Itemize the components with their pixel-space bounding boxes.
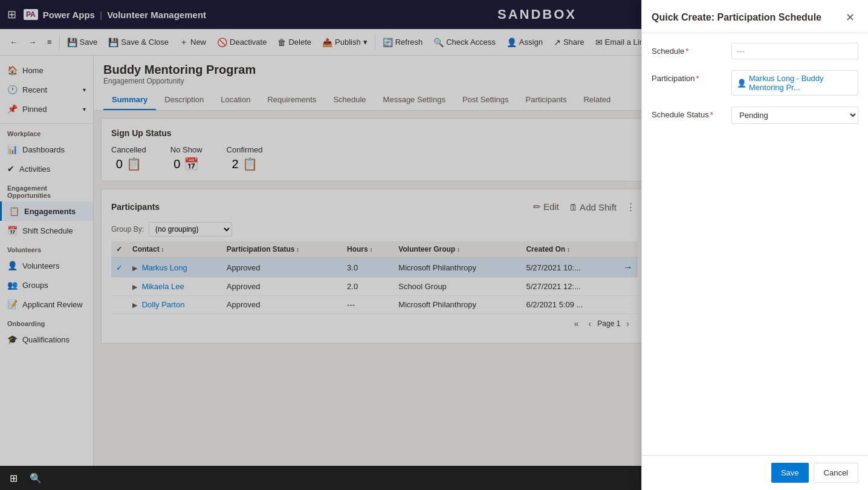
tab-summary[interactable]: Summary bbox=[103, 90, 156, 110]
forward-button[interactable]: → bbox=[24, 34, 41, 50]
row1-contact[interactable]: ▶ Markus Long bbox=[128, 258, 222, 278]
col-status[interactable]: Participation Status bbox=[222, 241, 342, 258]
tab-related[interactable]: Related bbox=[575, 90, 619, 110]
page-prev-button[interactable]: ‹ bbox=[585, 318, 595, 330]
assign-button[interactable]: 👤 Assign bbox=[502, 34, 548, 51]
sidebar-section-volunteers: Volunteers 👤 Volunteers 👥 Groups 📝 Appli… bbox=[0, 240, 93, 314]
participation-text: Markus Long - Buddy Mentoring Pr... bbox=[749, 74, 853, 92]
qc-dropdown-schedule-status[interactable]: Pending Confirmed Cancelled bbox=[731, 106, 858, 124]
row1-navigate-button[interactable]: → bbox=[623, 262, 633, 273]
delete-button[interactable]: 🗑 Delete bbox=[273, 34, 316, 51]
col-hours[interactable]: Hours bbox=[342, 241, 394, 258]
brand-separator: | bbox=[100, 10, 102, 20]
tab-description[interactable]: Description bbox=[156, 90, 212, 110]
recent-icon: 🕐 bbox=[7, 85, 18, 94]
back-button[interactable]: ← bbox=[5, 34, 22, 50]
tab-participants[interactable]: Participants bbox=[517, 90, 575, 110]
row3-contact-link[interactable]: Dolly Parton bbox=[142, 300, 185, 309]
sidebar-recent-label: Recent bbox=[22, 85, 47, 94]
qc-save-button[interactable]: Save bbox=[771, 463, 809, 483]
row1-contact-link[interactable]: Markus Long bbox=[142, 263, 187, 272]
col-created-on[interactable]: Created On bbox=[521, 241, 618, 258]
sidebar-item-engagements[interactable]: 📋 Engagements bbox=[0, 201, 93, 221]
col-volunteer-group[interactable]: Volunteer Group bbox=[394, 241, 521, 258]
participants-table: ✓ Contact Participation Status Hours Vol… bbox=[111, 241, 638, 314]
sidebar-item-dashboards[interactable]: 📊 Dashboards bbox=[0, 140, 93, 159]
tab-message-settings[interactable]: Message Settings bbox=[375, 90, 454, 110]
save-close-button[interactable]: 💾 Save & Close bbox=[103, 34, 173, 51]
save-button[interactable]: 💾 Save bbox=[62, 34, 103, 51]
row2-arrow bbox=[618, 278, 638, 296]
refresh-button[interactable]: 🔄 Refresh bbox=[378, 34, 428, 51]
row2-contact[interactable]: ▶ Mikaela Lee bbox=[128, 278, 222, 296]
deactivate-icon: 🚫 bbox=[217, 38, 227, 47]
participants-title: Participants bbox=[111, 202, 160, 212]
qc-cancel-button[interactable]: Cancel bbox=[814, 463, 858, 483]
recent-chevron: ▾ bbox=[83, 87, 86, 93]
check-access-button[interactable]: 🔍 Check Access bbox=[429, 34, 500, 51]
row2-check bbox=[111, 278, 128, 296]
row2-hours: 2.0 bbox=[342, 278, 394, 296]
more-options-button[interactable]: ⋮ bbox=[624, 199, 638, 215]
required-indicator-participation: * bbox=[696, 74, 699, 83]
tab-schedule[interactable]: Schedule bbox=[325, 90, 374, 110]
tab-post-settings[interactable]: Post Settings bbox=[454, 90, 517, 110]
forward-icon: → bbox=[28, 38, 36, 47]
sidebar-item-shift-schedule[interactable]: 📅 Shift Schedule bbox=[0, 221, 93, 240]
required-indicator-status: * bbox=[710, 110, 713, 119]
qc-value-schedule[interactable]: --- bbox=[731, 43, 858, 59]
qc-close-button[interactable]: ✕ bbox=[842, 10, 858, 25]
deactivate-button[interactable]: 🚫 Deactivate bbox=[212, 34, 271, 51]
qc-value-participation[interactable]: 👤 Markus Long - Buddy Mentoring Pr... bbox=[731, 70, 858, 96]
groups-icon: 👥 bbox=[7, 280, 18, 290]
sidebar-item-qualifications[interactable]: 🎓 Qualifications bbox=[0, 330, 93, 349]
check-access-label: Check Access bbox=[446, 38, 496, 47]
qc-label-schedule-status: Schedule Status* bbox=[652, 106, 724, 119]
app-name: Volunteer Management bbox=[107, 10, 206, 20]
row1-hours: 3.0 bbox=[342, 258, 394, 278]
row2-contact-link[interactable]: Mikaela Lee bbox=[142, 282, 184, 291]
table-row[interactable]: ▶ Dolly Parton Approved --- Microsoft Ph… bbox=[111, 296, 638, 314]
assign-label: Assign bbox=[519, 38, 543, 47]
row3-created-on: 6/2/2021 5:09 ... bbox=[521, 296, 618, 314]
sidebar-item-recent[interactable]: 🕐 Recent ▾ bbox=[0, 80, 93, 99]
publish-button[interactable]: 📤 Publish ▾ bbox=[317, 34, 372, 51]
participants-card: Participants ✏ Edit 🗓 Add Shift ⋮ Group … bbox=[101, 189, 648, 344]
dashboards-label: Dashboards bbox=[22, 145, 65, 154]
assign-icon: 👤 bbox=[507, 38, 517, 47]
applicant-review-icon: 📝 bbox=[7, 299, 18, 309]
col-contact[interactable]: Contact bbox=[128, 241, 222, 258]
row1-status: Approved bbox=[222, 258, 342, 278]
edit-button[interactable]: ✏ Edit bbox=[531, 199, 562, 215]
sidebar-item-home[interactable]: 🏠 Home bbox=[0, 60, 93, 80]
sidebar-item-pinned[interactable]: 📌 Pinned ▾ bbox=[0, 99, 93, 119]
tab-requirements[interactable]: Requirements bbox=[259, 90, 325, 110]
share-label: Share bbox=[563, 38, 585, 47]
share-button[interactable]: ↗ Share bbox=[549, 34, 589, 51]
signup-status-title: Sign Up Status bbox=[111, 128, 638, 138]
grid-icon[interactable]: ⊞ bbox=[7, 8, 16, 21]
table-row[interactable]: ✓ ▶ Markus Long Approved 3.0 Microsoft P… bbox=[111, 258, 638, 278]
engagements-label: Engagements bbox=[24, 207, 76, 216]
row3-arrow bbox=[618, 296, 638, 314]
sidebar-item-volunteers[interactable]: 👤 Volunteers bbox=[0, 256, 93, 275]
row1-arrow[interactable]: → bbox=[618, 258, 638, 278]
table-row[interactable]: ▶ Mikaela Lee Approved 2.0 School Group … bbox=[111, 278, 638, 296]
sidebar-item-activities[interactable]: ✔ Activities bbox=[0, 159, 93, 178]
sidebar-item-applicant-review[interactable]: 📝 Applicant Review bbox=[0, 295, 93, 314]
new-button[interactable]: ＋ New bbox=[175, 33, 211, 51]
page-first-button[interactable]: « bbox=[571, 318, 583, 330]
group-by-select[interactable]: (no grouping) Participation Status Volun… bbox=[149, 222, 232, 237]
page-next-button[interactable]: › bbox=[623, 318, 633, 330]
add-shift-button[interactable]: 🗓 Add Shift bbox=[566, 200, 619, 215]
row3-contact[interactable]: ▶ Dolly Parton bbox=[128, 296, 222, 314]
user-icon: 👤 bbox=[737, 79, 747, 88]
workplace-section-title: Workplace bbox=[0, 124, 93, 140]
start-button[interactable]: ⊞ bbox=[5, 470, 22, 486]
shift-schedule-icon: 📅 bbox=[7, 226, 18, 235]
publish-dropdown-icon[interactable]: ▾ bbox=[363, 38, 368, 47]
taskbar-search-button[interactable]: 🔍 bbox=[25, 470, 47, 486]
sidebar-item-groups[interactable]: 👥 Groups bbox=[0, 275, 93, 295]
record-menu-button[interactable]: ≡ bbox=[42, 34, 57, 50]
tab-location[interactable]: Location bbox=[212, 90, 259, 110]
